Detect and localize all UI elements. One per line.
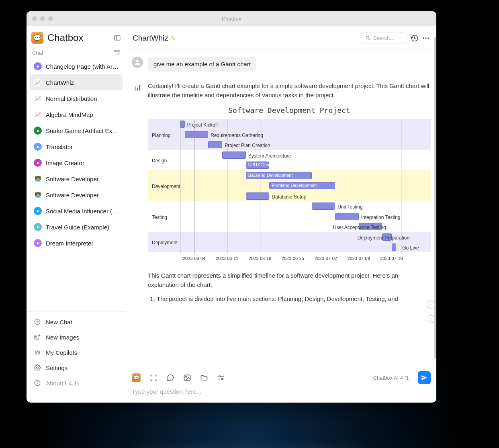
sidebar-item-5[interactable]: ●Translator	[30, 139, 123, 155]
svg-point-8	[36, 336, 37, 337]
sidebar-item-label: Snake Game (Artifact Exa...	[46, 127, 119, 134]
sidebar-item-11[interactable]: ●Dream Interpreter	[30, 235, 123, 251]
sidebar-item-2[interactable]: 📈Normal Distribution	[30, 90, 123, 106]
sidebar-item-label: Software Developer	[46, 192, 99, 198]
settings-label: Settings	[46, 364, 67, 371]
svg-point-24	[136, 60, 139, 62]
messages: give me an example of a Gantt chart 📊 Ce…	[126, 49, 436, 367]
chat-list: ●Changelog Page (with Arti...📈ChartWhiz📈…	[27, 58, 126, 311]
search-input[interactable]	[373, 35, 401, 41]
gantt-chart: Software Development Project 2023-06-042…	[148, 105, 431, 262]
axis-tick: 2023-06-04	[183, 255, 205, 262]
composer-input[interactable]	[132, 388, 431, 395]
gantt-bar-label: Frontend Development	[272, 182, 317, 189]
svg-point-30	[222, 378, 223, 380]
sidebar-item-10[interactable]: ●Travel Guide (Example)	[30, 219, 123, 235]
app-window: Chatbox 💬 Chatbox Chat ●Changelog Page (…	[27, 11, 436, 403]
svg-point-12	[36, 352, 37, 353]
image-icon[interactable]	[183, 374, 191, 382]
sidebar-item-label: ChartWhiz	[46, 79, 74, 86]
close-icon[interactable]	[32, 16, 37, 21]
bot-outro-text: This Gantt chart represents a simplified…	[148, 271, 431, 290]
search-icon	[365, 35, 371, 41]
axis-tick: 2023-07-16	[380, 255, 403, 262]
info-icon	[34, 379, 41, 387]
sliders-icon[interactable]	[217, 374, 225, 382]
plus-circle-icon	[34, 318, 41, 325]
sidebar-item-3[interactable]: 📈Algebra MindMap	[30, 106, 123, 123]
composer: 💬 Chatbox AI 4 ⇅	[126, 367, 436, 403]
sidebar-item-9[interactable]: ●Social Media Influencer (E...	[30, 203, 123, 219]
my-copilots-label: My Copilots	[46, 349, 77, 356]
folder-icon[interactable]	[200, 374, 208, 382]
new-chat-button[interactable]: New Chat	[30, 314, 123, 329]
send-button[interactable]	[418, 371, 431, 384]
sidebar-item-label: Changelog Page (with Arti...	[46, 63, 119, 70]
sidebar-item-7[interactable]: 👨‍💻Software Developer	[30, 171, 123, 187]
select-area-icon[interactable]	[149, 374, 157, 382]
brand-toggle-icon[interactable]: 💬	[132, 373, 141, 382]
my-copilots-button[interactable]: My Copilots	[30, 345, 123, 360]
sidebar-item-label: Image Creator	[46, 160, 84, 166]
new-images-button[interactable]: New Images	[30, 329, 123, 345]
titlebar: Chatbox	[27, 11, 436, 26]
about-button[interactable]: About(1.4.1)	[30, 375, 123, 391]
axis-tick: 2023-06-18	[249, 255, 271, 262]
sidebar-item-1[interactable]: 📈ChartWhiz	[30, 74, 123, 90]
search-box[interactable]	[361, 33, 407, 43]
bot-intro-text: Certainly! I'll create a Gantt chart exa…	[148, 81, 431, 100]
gantt-bar	[392, 243, 397, 251]
archive-icon[interactable]	[114, 49, 120, 56]
edit-icon[interactable]: ✎	[171, 35, 176, 41]
quote-icon[interactable]	[166, 374, 174, 382]
robot-icon	[34, 349, 41, 356]
scroll-indicators[interactable]: ↑ ↓	[427, 301, 435, 323]
gantt-bar-label: Unit Testing	[337, 203, 362, 211]
collapse-sidebar-icon[interactable]	[114, 34, 121, 41]
gantt-bar-label: Deployment Preparation	[358, 234, 409, 242]
scroll-down-icon[interactable]: ↓	[427, 315, 435, 323]
new-images-label: New Images	[46, 334, 79, 341]
history-icon[interactable]	[411, 34, 419, 42]
user-avatar-icon	[132, 57, 143, 68]
settings-button[interactable]: Settings	[30, 360, 123, 375]
sidebar-item-4[interactable]: ●Snake Game (Artifact Exa...	[30, 123, 123, 139]
sidebar-item-label: Social Media Influencer (E...	[46, 208, 119, 215]
chevron-updown-icon: ⇅	[405, 375, 409, 381]
gantt-section-label: Planning	[152, 132, 171, 139]
svg-point-26	[186, 376, 187, 378]
svg-point-15	[37, 367, 39, 369]
axis-tick: 2023-07-09	[348, 255, 370, 262]
gantt-bar-label: Project Kickoff	[187, 121, 218, 129]
more-icon[interactable]	[422, 34, 430, 42]
svg-point-23	[427, 37, 429, 39]
svg-point-22	[425, 37, 426, 39]
gear-icon	[34, 364, 41, 371]
sidebar-item-label: Software Developer	[46, 176, 99, 182]
gantt-bar	[246, 192, 270, 200]
sidebar-item-6[interactable]: ●Image Creator	[30, 155, 123, 171]
send-icon	[421, 374, 428, 381]
traffic-lights[interactable]	[32, 16, 53, 21]
sidebar-item-8[interactable]: 👨‍💻Software Developer	[30, 187, 123, 203]
svg-line-20	[368, 39, 370, 40]
gantt-bar-label: Go Live	[402, 244, 419, 252]
svg-rect-2	[115, 51, 119, 52]
gantt-bar-label: User Acceptance Testing	[333, 224, 386, 231]
scroll-up-icon[interactable]: ↑	[427, 301, 435, 309]
svg-point-21	[423, 37, 424, 39]
scrollbar[interactable]	[434, 37, 436, 358]
sidebar-item-0[interactable]: ●Changelog Page (with Arti...	[30, 58, 123, 74]
svg-point-28	[219, 376, 220, 377]
gantt-bar-label: Requirements Gathering	[211, 132, 263, 139]
model-selector[interactable]: Chatbox AI 4 ⇅	[373, 375, 409, 381]
axis-tick: 2023-07-02	[315, 255, 337, 262]
zoom-icon[interactable]	[48, 16, 53, 21]
app-title: Chatbox	[47, 32, 110, 43]
gantt-bar-label: Backend Development	[248, 172, 293, 179]
gantt-bar-label: System Architecture	[248, 152, 291, 160]
sidebar-item-label: Travel Guide (Example)	[46, 224, 109, 231]
bot-message: 📊 Certainly! I'll create a Gantt chart e…	[132, 81, 431, 304]
minimize-icon[interactable]	[40, 16, 45, 21]
gantt-bar	[185, 131, 209, 138]
